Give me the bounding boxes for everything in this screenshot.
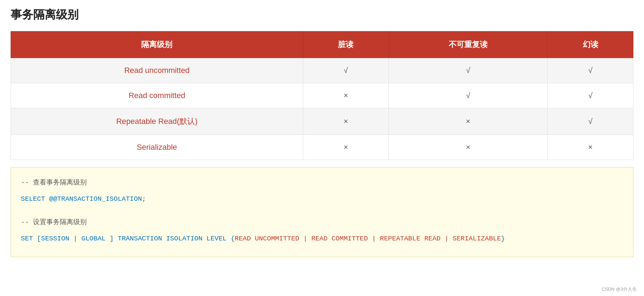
cell-dirty-read: × <box>303 135 389 160</box>
cell-level: Serializable <box>11 135 303 160</box>
cell-level: Read uncommitted <box>11 58 303 83</box>
header-non-repeatable-read: 不可重复读 <box>389 32 547 58</box>
code-line-1: SELECT @@TRANSACTION_ISOLATION; <box>21 192 623 206</box>
cell-phantom-read: × <box>548 135 633 160</box>
table-row: Read committed×√√ <box>11 83 633 108</box>
page-title: 事务隔离级别 <box>11 7 633 23</box>
cell-dirty-read: × <box>303 108 389 135</box>
table-row: Read uncommitted√√√ <box>11 58 633 83</box>
cell-phantom-read: √ <box>548 83 633 108</box>
header-dirty-read: 脏读 <box>303 32 389 58</box>
cell-phantom-read: √ <box>548 58 633 83</box>
cell-phantom-read: √ <box>548 108 633 135</box>
isolation-table: 隔离级别 脏读 不可重复读 幻读 Read uncommitted√√√Read… <box>11 31 633 160</box>
table-header-row: 隔离级别 脏读 不可重复读 幻读 <box>11 32 633 58</box>
code-gap <box>21 209 623 216</box>
code-comment-1: -- 查看事务隔离级别 <box>21 176 623 189</box>
cell-level: Read committed <box>11 83 303 108</box>
cell-dirty-read: × <box>303 83 389 108</box>
code-section: -- 查看事务隔离级别 SELECT @@TRANSACTION_ISOLATI… <box>11 167 633 257</box>
code-line-2: SET [SESSION | GLOBAL ] TRANSACTION ISOL… <box>21 232 623 245</box>
header-isolation-level: 隔离级别 <box>11 32 303 58</box>
isolation-table-section: 隔离级别 脏读 不可重复读 幻读 Read uncommitted√√√Read… <box>11 31 633 160</box>
cell-non-repeatable: × <box>389 108 547 135</box>
cell-dirty-read: √ <box>303 58 389 83</box>
cell-non-repeatable: √ <box>389 58 547 83</box>
header-phantom-read: 幻读 <box>548 32 633 58</box>
code-comment-2: -- 设置事务隔离级别 <box>21 216 623 229</box>
table-row: Serializable××× <box>11 135 633 160</box>
table-row: Repeatable Read(默认)××√ <box>11 108 633 135</box>
cell-non-repeatable: √ <box>389 83 547 108</box>
cell-level: Repeatable Read(默认) <box>11 108 303 135</box>
cell-non-repeatable: × <box>389 135 547 160</box>
